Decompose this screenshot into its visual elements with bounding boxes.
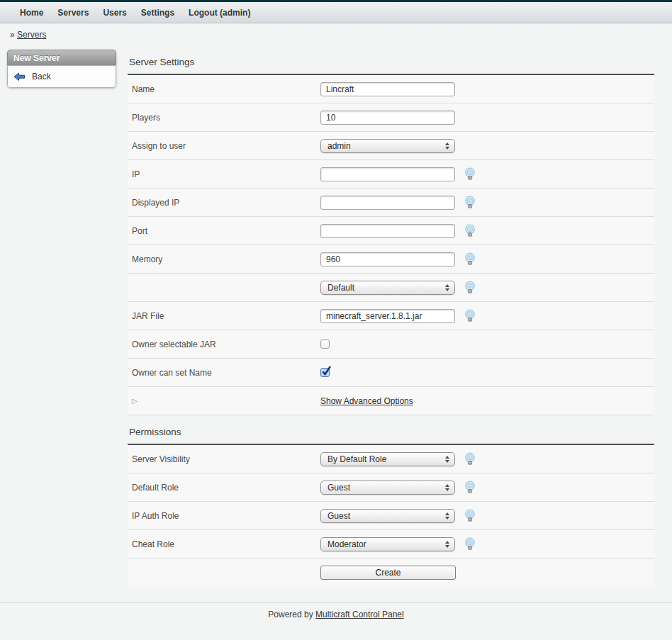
form-row-port: Port	[128, 217, 654, 245]
port-label: Port	[128, 226, 320, 236]
hint-bulb-icon[interactable]	[464, 537, 476, 551]
assign-to-user-select[interactable]: admin	[320, 139, 455, 153]
form-row-displayed-ip: Displayed IP	[128, 189, 654, 217]
ip-auth-role-select[interactable]: Guest	[320, 509, 455, 523]
stepper-down-arrow	[445, 517, 449, 520]
form-row-create: Create	[128, 558, 654, 587]
select-stepper-icon	[445, 541, 449, 548]
back-button[interactable]: Back	[8, 69, 116, 84]
ip-input[interactable]	[320, 167, 455, 181]
form-row-name: Name	[128, 75, 654, 103]
stepper-down-arrow	[445, 545, 449, 548]
nav-item-users[interactable]: Users	[96, 2, 133, 23]
section-title-server-settings: Server Settings	[128, 44, 654, 74]
port-input[interactable]	[320, 224, 455, 238]
cheat-role-control: Moderator	[320, 537, 476, 551]
players-control	[320, 111, 455, 125]
select-stepper-icon	[445, 284, 449, 291]
stepper-up-arrow	[445, 284, 449, 287]
form-row-players: Players	[128, 103, 654, 132]
select-stepper-icon	[445, 456, 449, 463]
hint-bulb-icon[interactable]	[464, 224, 476, 237]
select-stepper-icon	[445, 512, 449, 520]
jar-file-control	[320, 309, 476, 323]
create-button[interactable]: Create	[320, 566, 456, 580]
hint-bulb-icon[interactable]	[464, 167, 476, 181]
form-row-cheat-role: Cheat RoleModerator	[128, 530, 654, 558]
breadcrumb-separator: »	[10, 30, 15, 40]
jar-file-label: JAR File	[128, 311, 320, 321]
form-row-default-role: Default RoleGuest	[128, 473, 654, 502]
hint-bulb-icon[interactable]	[464, 281, 476, 294]
disclosure-triangle-icon: ▷	[128, 397, 320, 405]
form-row-jar-file: JAR File	[128, 302, 654, 330]
server-visibility-select[interactable]: By Default Role	[320, 452, 455, 466]
hint-bulb-icon[interactable]	[464, 252, 476, 266]
top-navigation: HomeServersUsersSettingsLogout (admin)	[0, 2, 672, 23]
stepper-up-arrow	[445, 541, 449, 544]
stepper-down-arrow	[445, 460, 449, 463]
assign-to-user-label: Assign to user	[128, 141, 320, 151]
ip-label: IP	[128, 169, 320, 179]
hint-bulb-icon[interactable]	[464, 196, 476, 209]
owner-can-set-name-checkbox[interactable]	[320, 368, 330, 377]
cheat-role-select-value: Moderator	[327, 539, 366, 549]
sidebar-panel-body: Back	[7, 65, 116, 88]
cheat-role-select[interactable]: Moderator	[320, 537, 455, 551]
show-advanced-options-link[interactable]: Show Advanced Options	[320, 396, 413, 406]
advanced-options-control: Show Advanced Options	[320, 396, 413, 406]
ip-auth-role-label: IP Auth Role	[128, 511, 320, 521]
hint-bulb-icon[interactable]	[464, 509, 476, 522]
memory-preset-select[interactable]: Default	[320, 281, 455, 295]
stepper-down-arrow	[445, 288, 449, 291]
cheat-role-label: Cheat Role	[128, 539, 320, 549]
memory-preset-select-value: Default	[327, 283, 354, 293]
memory-label: Memory	[128, 254, 320, 264]
multicraft-link[interactable]: Multicraft Control Panel	[315, 610, 404, 619]
default-role-select[interactable]: Guest	[320, 481, 455, 495]
nav-item-logout[interactable]: Logout (admin)	[181, 2, 257, 23]
breadcrumb-servers-link[interactable]: Servers	[17, 30, 46, 40]
jar-file-input[interactable]	[320, 309, 455, 323]
owner-can-set-name-label: Owner can set Name	[128, 368, 320, 378]
name-input[interactable]	[320, 82, 455, 96]
footer-text: Powered by	[268, 610, 315, 619]
nav-item-settings[interactable]: Settings	[134, 2, 181, 23]
hint-bulb-icon[interactable]	[464, 452, 476, 466]
footer: Powered by Multicraft Control Panel	[0, 602, 672, 619]
hint-bulb-icon[interactable]	[464, 481, 476, 494]
memory-input[interactable]	[320, 252, 455, 266]
select-stepper-icon	[445, 484, 449, 491]
select-stepper-icon	[445, 142, 449, 150]
form-row-ip-auth-role: IP Auth RoleGuest	[128, 502, 654, 530]
server-visibility-select-value: By Default Role	[327, 454, 386, 464]
form-row-assign-to-user: Assign to useradmin	[128, 132, 654, 160]
nav-item-home[interactable]: Home	[13, 2, 50, 23]
displayed-ip-input[interactable]	[320, 196, 455, 210]
ip-auth-role-control: Guest	[320, 509, 476, 523]
nav-item-servers[interactable]: Servers	[50, 2, 96, 23]
port-control	[320, 224, 476, 238]
owner-selectable-jar-label: Owner selectable JAR	[128, 339, 320, 349]
checkmark-icon	[322, 365, 332, 376]
create-control: Create	[320, 566, 456, 580]
memory-preset-control: Default	[320, 281, 476, 295]
page-content: New Server Back Server SettingsNamePlaye…	[0, 44, 672, 587]
stepper-up-arrow	[445, 142, 449, 145]
players-input[interactable]	[320, 111, 455, 125]
hint-bulb-icon[interactable]	[464, 309, 476, 322]
form-row-server-visibility: Server VisibilityBy Default Role	[128, 445, 654, 473]
displayed-ip-control	[320, 196, 476, 210]
owner-selectable-jar-control	[320, 339, 330, 349]
server-form: Server SettingsNamePlayersAssign to user…	[128, 44, 654, 587]
name-label: Name	[128, 84, 320, 94]
default-role-label: Default Role	[128, 483, 320, 493]
assign-to-user-control: admin	[320, 139, 455, 153]
ip-control	[320, 167, 476, 181]
server-visibility-control: By Default Role	[320, 452, 476, 466]
memory-control	[320, 252, 476, 266]
assign-to-user-select-value: admin	[327, 141, 351, 151]
section-title-permissions: Permissions	[128, 415, 654, 444]
default-role-select-value: Guest	[327, 483, 350, 493]
owner-selectable-jar-checkbox[interactable]	[320, 339, 330, 349]
